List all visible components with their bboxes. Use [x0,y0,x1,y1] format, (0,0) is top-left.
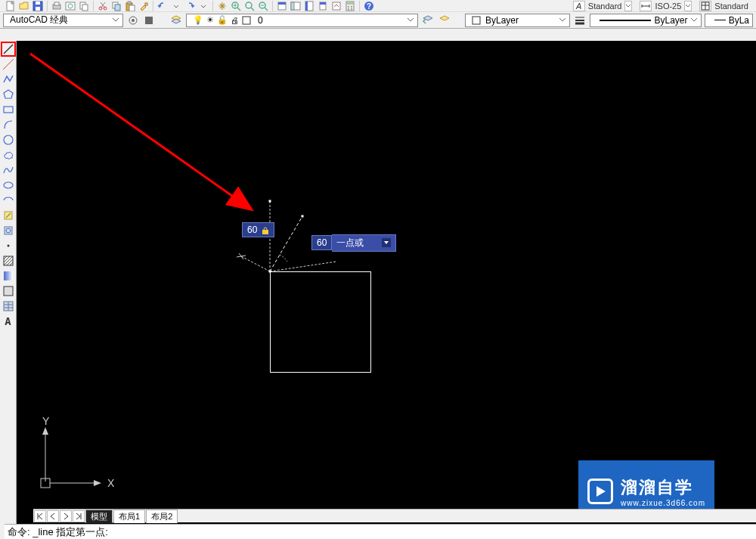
tab-prev-button[interactable] [47,510,59,522]
quickcalc-icon[interactable] [344,1,356,11]
command-line[interactable]: 命令: _line 指定第一点: [5,524,756,539]
text-style-dropdown[interactable] [624,1,632,11]
layout-tabs: 模型 布局1 布局2 [33,509,756,522]
lineweight-value: ByLa [729,15,749,26]
layer-combo[interactable]: 💡 ☀ 🔓 🖨 0 [186,14,418,27]
hatch-tool[interactable] [2,254,15,268]
svg-line-46 [3,59,14,70]
layer-states-icon[interactable] [438,14,451,27]
svg-line-59 [30,54,250,209]
tab-last-button[interactable] [73,510,85,522]
lock-icon [262,226,269,234]
dynamic-input[interactable]: 60 一点或 [311,234,396,251]
insert-block-tool[interactable] [2,209,15,222]
svg-rect-17 [145,3,147,5]
linetype-value: ByLayer [654,15,687,26]
dim-style-label: ISO-25 [655,2,681,11]
lineweight-combo[interactable]: ByLa [705,14,753,27]
layer-lock-icon: 🔓 [217,15,228,26]
tab-layout2[interactable]: 布局2 [146,510,178,523]
open-file-icon[interactable] [18,1,30,11]
ellipse-arc-tool[interactable] [2,194,15,207]
new-file-icon[interactable] [5,1,17,11]
svg-rect-56 [4,271,13,280]
svg-rect-44 [472,17,480,24]
table-style-icon[interactable] [699,1,711,11]
copy-icon[interactable] [110,1,122,11]
pan-icon[interactable] [216,1,228,11]
dynamic-input-value[interactable]: 60 [311,235,332,250]
linetype-combo[interactable]: ByLayer [590,14,702,27]
publish-icon[interactable] [78,1,90,11]
chevron-down-icon [404,15,414,26]
command-text: 命令: _line 指定第一点: [8,525,108,539]
dim-style-group: ISO-25 [637,1,695,11]
match-prop-icon[interactable] [138,1,150,11]
paste-icon[interactable] [124,1,136,11]
construction-line-tool[interactable] [2,57,15,71]
tool-palettes-icon[interactable] [303,1,315,11]
print-icon[interactable] [51,1,63,11]
lineweight-icon[interactable] [573,14,587,27]
polygon-tool[interactable] [2,88,15,101]
ellipse-tool[interactable] [2,178,15,192]
point-marker [302,215,304,218]
point-marker [269,200,271,203]
text-style-group: A Standard [570,1,636,11]
zoom-previous-icon[interactable] [257,1,269,11]
watermark-url: www.zixue.3d66.com [621,499,705,507]
drawing-area[interactable]: 60 60 一点或 Y X [17,41,756,539]
layer-props-icon[interactable] [169,14,183,27]
tab-layout1[interactable]: 布局1 [113,510,145,523]
svg-point-49 [4,135,13,144]
undo-icon[interactable] [156,1,169,11]
line-tool[interactable] [2,42,15,56]
polyline-tool[interactable] [2,73,15,86]
redo-dropdown-icon[interactable] [197,1,209,11]
workspace-lock-icon[interactable] [143,14,156,27]
markup-icon[interactable] [330,1,342,11]
dim-style-dropdown[interactable] [684,1,692,11]
svg-point-34 [348,8,349,10]
dim-style-icon[interactable] [640,1,652,11]
svg-rect-3 [36,2,40,5]
layer-prev-icon[interactable] [421,14,435,27]
workspace-settings-icon[interactable] [126,14,140,27]
help-icon[interactable]: ? [363,1,375,11]
mtext-tool[interactable]: A [2,314,15,328]
save-icon[interactable] [32,1,44,11]
undo-dropdown-icon[interactable] [170,1,182,11]
zoom-window-icon[interactable] [243,1,256,11]
spline-tool[interactable] [2,163,15,177]
svg-point-50 [4,182,13,188]
region-tool[interactable] [2,284,15,298]
layer-sun-icon: ☀ [205,15,215,26]
circle-tool[interactable] [2,133,15,147]
rectangle-tool[interactable] [2,103,15,116]
svg-rect-29 [333,2,340,10]
layer-name: 0 [258,15,263,26]
tab-first-button[interactable] [34,510,46,522]
properties-icon[interactable] [276,1,288,11]
sheet-set-icon[interactable] [317,1,329,11]
color-combo[interactable]: ByLayer [465,14,570,27]
zoom-realtime-icon[interactable] [230,1,242,11]
gradient-tool[interactable] [2,269,15,283]
workspace-combo[interactable]: AutoCAD 经典 [3,14,123,27]
point-tool[interactable] [2,239,15,252]
table-tool[interactable] [2,299,15,313]
svg-rect-9 [82,5,88,11]
redo-icon[interactable] [184,1,196,11]
revision-cloud-tool[interactable] [2,148,15,162]
svg-point-19 [246,2,252,8]
text-style-icon[interactable]: A [573,1,585,11]
design-center-icon[interactable] [290,1,302,11]
play-icon [587,479,613,504]
dynamic-input-dropdown[interactable] [382,238,391,247]
plot-preview-icon[interactable] [64,1,76,11]
cut-icon[interactable] [97,1,109,11]
arc-tool[interactable] [2,118,15,132]
tab-model[interactable]: 模型 [85,510,113,523]
make-block-tool[interactable] [2,224,15,237]
tab-next-button[interactable] [60,510,72,522]
